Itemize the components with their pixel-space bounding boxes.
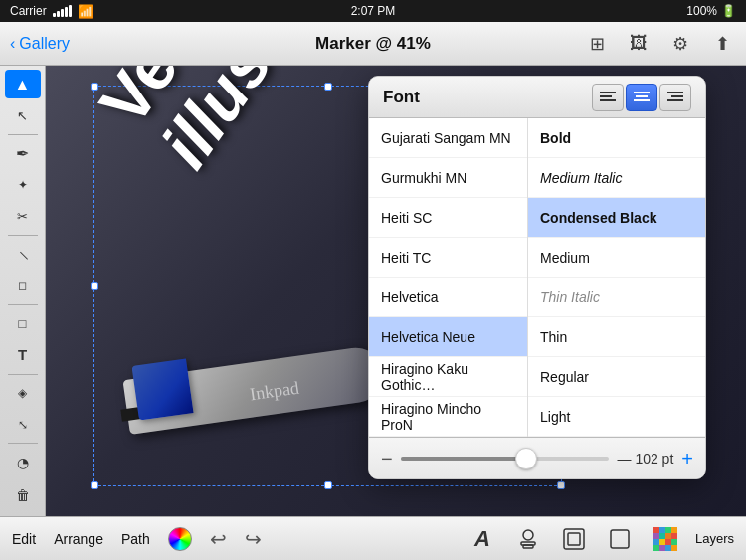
settings-icon[interactable]: ⚙ xyxy=(666,30,694,58)
svg-rect-18 xyxy=(653,527,659,533)
svg-rect-24 xyxy=(665,533,671,539)
eraser-tool[interactable]: ◻ xyxy=(5,271,41,299)
font-item-helvetica[interactable]: Helvetica xyxy=(369,278,527,317)
signal-bar-1 xyxy=(53,13,56,17)
font-name-list[interactable]: Gujarati Sangam MN Gurmukhi MN Heiti SC … xyxy=(369,118,528,437)
shape-tool[interactable]: □ xyxy=(5,309,41,338)
align-right-button[interactable] xyxy=(659,84,691,111)
svg-rect-9 xyxy=(671,95,683,97)
status-left: Carrier 📶 xyxy=(10,4,93,19)
back-button[interactable]: Gallery xyxy=(19,35,70,53)
clock-tool[interactable]: ◔ xyxy=(5,448,41,476)
svg-rect-30 xyxy=(653,545,659,551)
share-icon[interactable]: ⬆ xyxy=(708,30,736,58)
svg-rect-15 xyxy=(564,529,584,549)
align-center-button[interactable] xyxy=(626,84,657,111)
path-menu[interactable]: Path xyxy=(121,531,150,547)
font-style-list[interactable]: Bold Medium Italic Condensed Black Mediu… xyxy=(528,118,705,437)
align-left-button[interactable] xyxy=(592,84,624,111)
palette-icon[interactable] xyxy=(650,523,681,555)
sel-handle-bm[interactable] xyxy=(324,481,332,489)
svg-rect-2 xyxy=(600,99,616,101)
status-bar: Carrier 📶 2:07 PM 100% 🔋 xyxy=(0,0,746,22)
font-item-heiti-tc[interactable]: Heiti TC xyxy=(369,238,527,278)
font-panel-header: Font xyxy=(369,77,705,118)
signal-bars xyxy=(53,5,72,17)
font-panel: Font Gujarati Sangam MN xyxy=(368,76,706,479)
redo-button[interactable]: ↪ xyxy=(245,527,262,551)
font-item-hiragino-kaku[interactable]: Hiragino Kaku Gothic… xyxy=(369,357,527,397)
color-wheel-button[interactable] xyxy=(168,527,192,551)
svg-point-12 xyxy=(523,530,533,540)
svg-rect-0 xyxy=(600,92,616,93)
bottom-left: Edit Arrange Path ↩ ↪ xyxy=(12,527,262,551)
sel-handle-tm[interactable] xyxy=(324,83,332,91)
main-area: ▲ ↖ ✒ ✦ ✂ | ◻ □ T ◈ ⤡ ◔ 🗑 xyxy=(0,66,746,516)
sel-handle-ml[interactable] xyxy=(91,282,98,290)
tool-separator-5 xyxy=(8,443,38,444)
photo-icon[interactable]: 🖼 xyxy=(625,30,653,58)
signal-bar-2 xyxy=(57,11,60,17)
svg-rect-19 xyxy=(659,527,665,533)
style-thin-italic[interactable]: Thin Italic xyxy=(528,278,705,317)
transform-tool[interactable]: ⤡ xyxy=(5,410,41,439)
font-size-slider-thumb[interactable] xyxy=(515,448,537,469)
svg-rect-4 xyxy=(634,92,650,93)
canvas: Vector illustrator Inkpad …man.ca Font xyxy=(46,66,746,516)
wifi-icon: 📶 xyxy=(78,4,93,19)
back-arrow-icon[interactable]: ‹ xyxy=(10,35,15,53)
svg-rect-1 xyxy=(600,95,612,97)
sel-handle-bl[interactable] xyxy=(91,481,98,489)
style-medium[interactable]: Medium xyxy=(528,238,705,278)
svg-rect-14 xyxy=(523,545,533,548)
align-buttons xyxy=(592,84,691,111)
font-size-decrease-button[interactable]: − xyxy=(381,449,393,468)
square-icon[interactable] xyxy=(604,523,636,555)
undo-button[interactable]: ↩ xyxy=(210,527,227,551)
trash-tool[interactable]: 🗑 xyxy=(5,481,41,510)
toolbar-left: ‹ Gallery xyxy=(10,35,70,53)
style-light[interactable]: Light xyxy=(528,397,705,437)
marker-cap xyxy=(131,358,193,420)
edit-menu[interactable]: Edit xyxy=(12,531,36,547)
text-tool[interactable]: T xyxy=(5,340,41,369)
status-time: 2:07 PM xyxy=(351,4,396,18)
svg-rect-17 xyxy=(611,530,629,548)
toolbar: ‹ Gallery Marker @ 41% ⊞ 🖼 ⚙ ⬆ xyxy=(0,22,746,66)
eyedropper-tool[interactable]: ◈ xyxy=(5,378,41,407)
svg-rect-29 xyxy=(671,539,677,545)
arrange-menu[interactable]: Arrange xyxy=(54,531,103,547)
font-item-heiti-sc[interactable]: Heiti SC xyxy=(369,198,527,238)
left-toolbar: ▲ ↖ ✒ ✦ ✂ | ◻ □ T ◈ ⤡ ◔ 🗑 xyxy=(0,66,46,516)
font-item-hiragino-mincho[interactable]: Hiragino Mincho ProN xyxy=(369,397,527,437)
style-bold[interactable]: Bold xyxy=(528,118,705,158)
font-size-slider[interactable] xyxy=(401,457,610,461)
stamp-icon[interactable] xyxy=(512,523,544,555)
direct-select-tool[interactable]: ↖ xyxy=(5,100,41,129)
svg-rect-21 xyxy=(671,527,677,533)
font-size-increase-button[interactable]: + xyxy=(681,449,693,468)
svg-rect-33 xyxy=(671,545,677,551)
frame-icon[interactable] xyxy=(558,523,590,555)
grid-icon[interactable]: ⊞ xyxy=(583,30,611,58)
status-right: 100% 🔋 xyxy=(686,4,736,18)
font-item-gujarati[interactable]: Gujarati Sangam MN xyxy=(369,118,527,158)
layers-label[interactable]: Layers xyxy=(695,531,734,546)
text-format-icon[interactable]: A xyxy=(466,523,498,555)
carrier-label: Carrier xyxy=(10,4,47,18)
svg-rect-8 xyxy=(667,92,683,93)
path-tool[interactable]: ✦ xyxy=(5,170,41,199)
svg-rect-32 xyxy=(665,545,671,551)
bottom-right: A xyxy=(466,523,734,555)
style-condensed-black[interactable]: Condensed Black xyxy=(528,198,705,238)
style-regular[interactable]: Regular xyxy=(528,357,705,397)
font-item-helvetica-neue[interactable]: Helvetica Neue xyxy=(369,317,527,357)
pen-tool[interactable]: ✒ xyxy=(5,139,41,168)
font-size-value: — 102 pt xyxy=(617,451,673,467)
sel-handle-br[interactable] xyxy=(557,481,565,489)
select-tool[interactable]: ▲ xyxy=(5,70,41,98)
style-thin[interactable]: Thin xyxy=(528,317,705,357)
style-medium-italic[interactable]: Medium Italic xyxy=(528,158,705,198)
font-item-gurmukhi[interactable]: Gurmukhi MN xyxy=(369,158,527,198)
scissors-tool[interactable]: ✂ xyxy=(5,202,41,231)
